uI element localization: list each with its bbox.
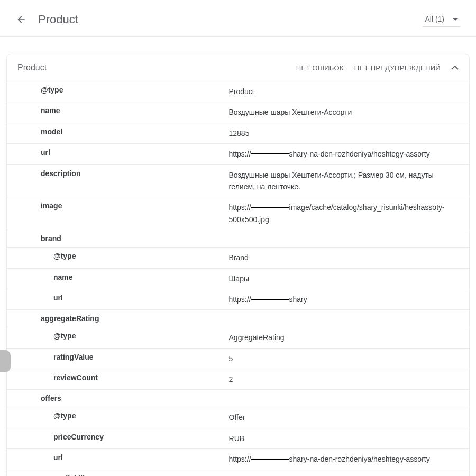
schema-card: Product НЕТ ОШИБОК НЕТ ПРЕДУПРЕЖДЕНИЙ @t…: [6, 54, 470, 476]
table-row: @typeProduct: [7, 81, 469, 102]
redacted-segment: [251, 459, 289, 460]
schema-value: https://shary: [229, 289, 469, 309]
status-no-warnings: НЕТ ПРЕДУПРЕЖДЕНИЙ: [354, 64, 441, 72]
schema-key: url: [53, 453, 63, 462]
table-row: aggregateRating: [7, 310, 469, 327]
schema-key: aggregateRating: [41, 314, 99, 323]
table-row: availabilityhttp://schema.org/InStock: [7, 470, 469, 476]
schema-value: RUB: [229, 428, 469, 448]
table-row: imagehttps://image/cache/catalog/shary_r…: [7, 197, 469, 230]
redacted-segment: [251, 153, 289, 154]
schema-value: AggregateRating: [229, 327, 469, 348]
schema-key: priceCurrency: [53, 433, 104, 441]
schema-key: description: [41, 169, 80, 178]
filter-select[interactable]: All (1): [423, 12, 460, 27]
table-row: model12885: [7, 123, 469, 143]
scroll-handle[interactable]: [0, 350, 11, 372]
schema-value: https://shary-na-den-rozhdeniya/heshtegy…: [229, 144, 469, 164]
redacted-segment: [251, 299, 289, 300]
schema-key: availability: [53, 474, 91, 476]
schema-value: http://schema.org/InStock: [229, 470, 469, 476]
table-row: @typeAggregateRating: [7, 327, 469, 348]
status-no-errors: НЕТ ОШИБОК: [296, 64, 344, 72]
schema-value: Product: [229, 81, 469, 102]
table-row: reviewCount2: [7, 369, 469, 390]
schema-value: 12885: [229, 123, 469, 143]
schema-key: reviewCount: [53, 373, 98, 382]
schema-value: Воздушные шары Хештеги-Ассорти: [229, 102, 469, 123]
table-row: urlhttps://shary-na-den-rozhdeniya/hesht…: [7, 144, 469, 164]
schema-value: [229, 230, 469, 248]
redacted-segment: [251, 207, 289, 208]
table-row: urlhttps://shary: [7, 289, 469, 309]
schema-value: https://shary-na-den-rozhdeniya/heshtegy…: [229, 449, 469, 470]
chevron-up-icon[interactable]: [451, 66, 459, 70]
schema-key: offers: [41, 394, 61, 402]
schema-value: 5: [229, 348, 469, 369]
back-arrow-icon[interactable]: [16, 14, 26, 25]
schema-value: https://image/cache/catalog/shary_risunk…: [229, 197, 469, 230]
schema-key: name: [41, 106, 60, 115]
schema-key: @type: [41, 86, 63, 94]
schema-key: name: [53, 273, 73, 281]
schema-value: 2: [229, 369, 469, 390]
schema-key: @type: [53, 332, 76, 340]
schema-value: Brand: [229, 248, 469, 268]
page-title: Product: [38, 13, 78, 26]
schema-key: ratingValue: [53, 353, 93, 361]
table-row: priceCurrencyRUB: [7, 428, 469, 448]
table-row: descriptionВоздушные шары Хештеги-Ассорт…: [7, 164, 469, 197]
table-row: urlhttps://shary-na-den-rozhdeniya/hesht…: [7, 449, 469, 470]
schema-value: Шары: [229, 268, 469, 289]
schema-key: url: [53, 294, 63, 302]
schema-value: Воздушные шары Хештеги-Ассорти.; Размер …: [229, 164, 469, 197]
table-row: nameШары: [7, 268, 469, 289]
schema-key: model: [41, 127, 62, 136]
caret-down-icon: [453, 18, 458, 21]
schema-value: [229, 390, 469, 407]
table-row: brand: [7, 230, 469, 248]
table-row: offers: [7, 390, 469, 407]
table-row: ratingValue5: [7, 348, 469, 369]
table-row: @typeBrand: [7, 248, 469, 268]
schema-key: image: [41, 202, 62, 210]
schema-table: @typeProductnameВоздушные шары Хештеги-А…: [7, 81, 469, 476]
schema-value: [229, 310, 469, 327]
table-row: @typeOffer: [7, 407, 469, 428]
schema-key: brand: [41, 234, 61, 243]
schema-key: @type: [53, 252, 76, 260]
schema-value: Offer: [229, 407, 469, 428]
schema-key: @type: [53, 411, 76, 420]
card-title: Product: [17, 63, 47, 72]
table-row: nameВоздушные шары Хештеги-Ассорти: [7, 102, 469, 123]
filter-label: All (1): [425, 15, 444, 23]
schema-key: url: [41, 148, 50, 157]
